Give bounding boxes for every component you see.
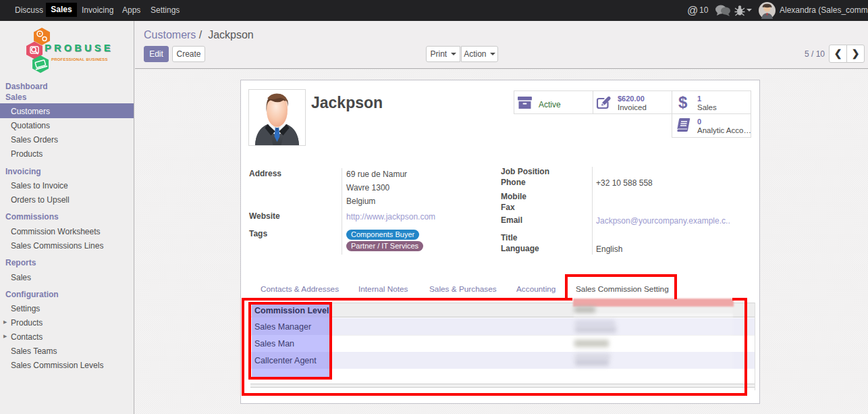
svg-text:PROBUSE: PROBUSE [45,43,113,53]
svg-text:PROFESSIONAL BUSINESS: PROFESSIONAL BUSINESS [51,57,108,61]
